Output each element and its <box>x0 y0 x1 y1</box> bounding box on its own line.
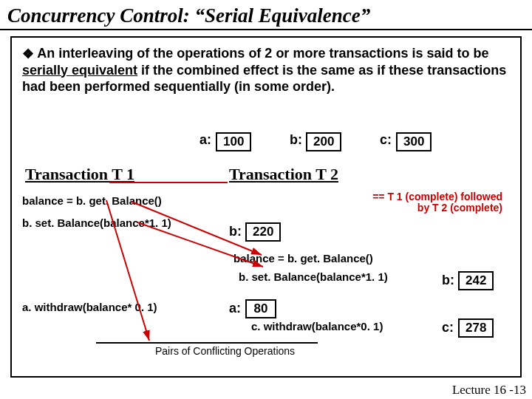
bullet-icon: ❖ <box>22 46 34 58</box>
lecture-number: Lecture 16 -13 <box>452 383 526 398</box>
definition-lead: An interleaving of the operations of 2 o… <box>37 46 488 61</box>
caption-rule <box>96 342 318 344</box>
t1-header: Transaction T 1 <box>25 165 134 184</box>
definition-term: serially equivalent <box>22 63 137 78</box>
a-label: a: <box>200 132 211 148</box>
slide-title: Concurrency Control: “Serial Equivalence… <box>0 0 532 30</box>
t2-line1: balance = b. get. Balance() <box>233 252 373 265</box>
a-initial-value: 100 <box>216 132 251 151</box>
t2-header: Transaction T 2 <box>229 165 338 184</box>
t1-line2: b. set. Balance(balance*1. 1) <box>22 216 171 229</box>
pairs-caption: Pairs of Conflicting Operations <box>155 345 295 357</box>
t2-line3: c. withdraw(balance*0. 1) <box>251 320 383 332</box>
c-label: c: <box>380 132 392 148</box>
b242-value: 242 <box>458 271 494 290</box>
diagram-stage: a: 100 b: 200 c: 300 Transaction T 1 Tra… <box>22 125 510 369</box>
b220-value: 220 <box>245 222 281 242</box>
c-initial-value: 300 <box>396 132 432 151</box>
b-initial-value: 200 <box>306 132 341 151</box>
equivalence-note: == T 1 (complete) followed by T 2 (compl… <box>372 191 502 214</box>
c278-label: c: <box>442 320 454 335</box>
definition-paragraph: ❖ An interleaving of the operations of 2… <box>22 45 510 95</box>
c278-value: 278 <box>458 318 494 338</box>
t2-line2: b. set. Balance(balance*1. 1) <box>239 270 388 283</box>
b-label: b: <box>290 132 302 148</box>
content-frame: ❖ An interleaving of the operations of 2… <box>10 36 522 378</box>
note-line2: by T 2 (complete) <box>372 202 502 214</box>
t1-line3: a. withdraw(balance* 0. 1) <box>22 301 157 313</box>
a80-label: a: <box>229 301 241 316</box>
a80-value: 80 <box>245 299 276 318</box>
b242-label: b: <box>442 273 454 288</box>
note-line1: == T 1 (complete) followed <box>372 191 502 202</box>
b220-label: b: <box>229 224 242 239</box>
t1-line1: balance = b. get. Balance() <box>22 194 162 207</box>
